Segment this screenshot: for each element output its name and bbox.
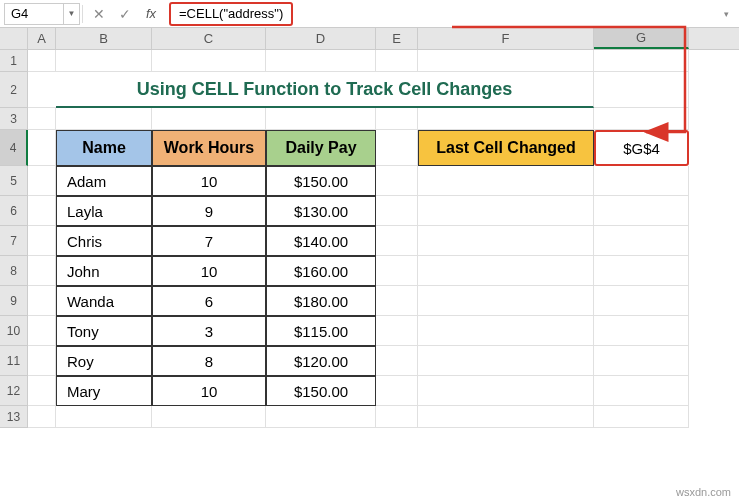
- row-header-7[interactable]: 7: [0, 226, 28, 256]
- cell-pay[interactable]: $120.00: [266, 346, 376, 376]
- row-header-4[interactable]: 4: [0, 130, 28, 166]
- cell-name[interactable]: Tony: [56, 316, 152, 346]
- cell-hours[interactable]: 6: [152, 286, 266, 316]
- col-header-D[interactable]: D: [266, 28, 376, 49]
- last-changed-label[interactable]: Last Cell Changed: [418, 130, 594, 166]
- cell-pay[interactable]: $130.00: [266, 196, 376, 226]
- cell-C3[interactable]: [152, 108, 266, 130]
- cell-A10[interactable]: [28, 316, 56, 346]
- cell-G10[interactable]: [594, 316, 689, 346]
- cell-F10[interactable]: [418, 316, 594, 346]
- cell-G13[interactable]: [594, 406, 689, 428]
- cell-pay[interactable]: $115.00: [266, 316, 376, 346]
- cell-A9[interactable]: [28, 286, 56, 316]
- cell-name[interactable]: Layla: [56, 196, 152, 226]
- cell-E6[interactable]: [376, 196, 418, 226]
- cell-pay[interactable]: $160.00: [266, 256, 376, 286]
- page-title[interactable]: Using CELL Function to Track Cell Change…: [56, 72, 594, 108]
- cell-E8[interactable]: [376, 256, 418, 286]
- cell-F1[interactable]: [418, 50, 594, 72]
- cell-E12[interactable]: [376, 376, 418, 406]
- col-header-B[interactable]: B: [56, 28, 152, 49]
- cell-E5[interactable]: [376, 166, 418, 196]
- cell-E3[interactable]: [376, 108, 418, 130]
- cell-hours[interactable]: 10: [152, 376, 266, 406]
- cell-G5[interactable]: [594, 166, 689, 196]
- row-header-6[interactable]: 6: [0, 196, 28, 226]
- cell-F8[interactable]: [418, 256, 594, 286]
- cell-C13[interactable]: [152, 406, 266, 428]
- cell-F9[interactable]: [418, 286, 594, 316]
- cell-pay[interactable]: $140.00: [266, 226, 376, 256]
- row-header-1[interactable]: 1: [0, 50, 28, 72]
- cell-name[interactable]: Adam: [56, 166, 152, 196]
- cell-G11[interactable]: [594, 346, 689, 376]
- cell-E13[interactable]: [376, 406, 418, 428]
- cell-D13[interactable]: [266, 406, 376, 428]
- cell-hours[interactable]: 10: [152, 166, 266, 196]
- cell-F7[interactable]: [418, 226, 594, 256]
- cell-A13[interactable]: [28, 406, 56, 428]
- formula-input[interactable]: =CELL("address"): [163, 3, 717, 25]
- row-header-12[interactable]: 12: [0, 376, 28, 406]
- cell-hours[interactable]: 10: [152, 256, 266, 286]
- cell-A11[interactable]: [28, 346, 56, 376]
- cell-F5[interactable]: [418, 166, 594, 196]
- cell-A12[interactable]: [28, 376, 56, 406]
- cell-G8[interactable]: [594, 256, 689, 286]
- row-header-3[interactable]: 3: [0, 108, 28, 130]
- fx-icon[interactable]: fx: [139, 3, 163, 25]
- cell-E10[interactable]: [376, 316, 418, 346]
- col-header-G[interactable]: G: [594, 28, 689, 49]
- table-header-hours[interactable]: Work Hours: [152, 130, 266, 166]
- cell-B3[interactable]: [56, 108, 152, 130]
- row-header-2[interactable]: 2: [0, 72, 28, 108]
- cell-G3[interactable]: [594, 108, 689, 130]
- cell-A8[interactable]: [28, 256, 56, 286]
- result-cell[interactable]: $G$4: [594, 130, 689, 166]
- table-header-pay[interactable]: Daily Pay: [266, 130, 376, 166]
- table-header-name[interactable]: Name: [56, 130, 152, 166]
- cell-A3[interactable]: [28, 108, 56, 130]
- col-header-C[interactable]: C: [152, 28, 266, 49]
- formula-expand-icon[interactable]: ▾: [717, 3, 735, 25]
- row-header-13[interactable]: 13: [0, 406, 28, 428]
- row-header-8[interactable]: 8: [0, 256, 28, 286]
- cell-B13[interactable]: [56, 406, 152, 428]
- cell-pay[interactable]: $180.00: [266, 286, 376, 316]
- select-all-corner[interactable]: [0, 28, 28, 49]
- cell-A7[interactable]: [28, 226, 56, 256]
- cell-D3[interactable]: [266, 108, 376, 130]
- cell-B1[interactable]: [56, 50, 152, 72]
- cell-hours[interactable]: 3: [152, 316, 266, 346]
- cell-D1[interactable]: [266, 50, 376, 72]
- cell-name[interactable]: John: [56, 256, 152, 286]
- cell-name[interactable]: Roy: [56, 346, 152, 376]
- confirm-icon[interactable]: ✓: [113, 3, 137, 25]
- cell-hours[interactable]: 9: [152, 196, 266, 226]
- col-header-A[interactable]: A: [28, 28, 56, 49]
- cell-G7[interactable]: [594, 226, 689, 256]
- cell-G9[interactable]: [594, 286, 689, 316]
- cell-A2[interactable]: [28, 72, 56, 108]
- cell-E4[interactable]: [376, 130, 418, 166]
- cell-G2[interactable]: [594, 72, 689, 108]
- cell-F13[interactable]: [418, 406, 594, 428]
- cell-hours[interactable]: 8: [152, 346, 266, 376]
- cell-G12[interactable]: [594, 376, 689, 406]
- col-header-F[interactable]: F: [418, 28, 594, 49]
- cell-C1[interactable]: [152, 50, 266, 72]
- cancel-icon[interactable]: ✕: [87, 3, 111, 25]
- cell-E7[interactable]: [376, 226, 418, 256]
- cell-A6[interactable]: [28, 196, 56, 226]
- col-header-E[interactable]: E: [376, 28, 418, 49]
- name-box[interactable]: G4: [4, 3, 64, 25]
- cell-pay[interactable]: $150.00: [266, 376, 376, 406]
- cell-G1[interactable]: [594, 50, 689, 72]
- cell-F6[interactable]: [418, 196, 594, 226]
- cell-E9[interactable]: [376, 286, 418, 316]
- cell-name[interactable]: Wanda: [56, 286, 152, 316]
- row-header-11[interactable]: 11: [0, 346, 28, 376]
- row-header-5[interactable]: 5: [0, 166, 28, 196]
- name-box-dropdown[interactable]: ▼: [64, 3, 80, 25]
